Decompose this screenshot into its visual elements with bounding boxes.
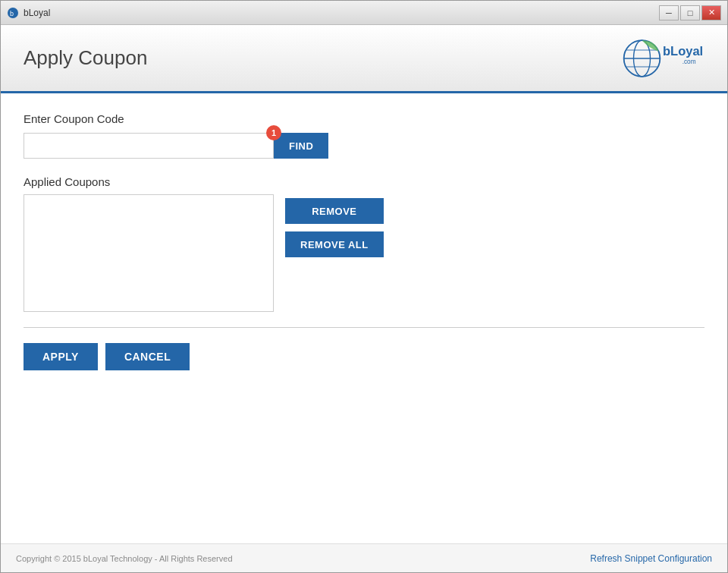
minimize-button[interactable]: ─ xyxy=(659,5,679,20)
coupon-code-label: Enter Coupon Code xyxy=(24,112,704,125)
content-area: Enter Coupon Code 1 FIND Applied Coupons… xyxy=(1,93,727,543)
bloyal-logo: bLoyal .com xyxy=(621,36,704,81)
window-controls: ─ □ ✕ xyxy=(659,5,721,20)
app-header: Apply Coupon bLoyal .com xyxy=(1,25,727,93)
coupon-input-row: 1 FIND xyxy=(24,133,704,159)
logo-area: bLoyal .com xyxy=(621,36,704,81)
cancel-button[interactable]: CANCEL xyxy=(105,343,190,370)
coupon-action-buttons: REMOVE REMOVE ALL xyxy=(285,194,384,257)
copyright-text: Copyright © 2015 bLoyal Technology - All… xyxy=(16,554,233,563)
maximize-button[interactable]: □ xyxy=(680,5,700,20)
footer: Copyright © 2015 bLoyal Technology - All… xyxy=(1,543,727,572)
find-button[interactable]: FIND xyxy=(274,133,328,159)
coupon-list xyxy=(24,194,274,312)
svg-text:b: b xyxy=(10,10,14,17)
app-icon: b xyxy=(7,7,19,19)
svg-text:bLoyal: bLoyal xyxy=(663,44,703,58)
remove-all-button[interactable]: REMOVE ALL xyxy=(285,231,384,257)
coupon-input[interactable] xyxy=(24,133,274,159)
badge-count: 1 xyxy=(266,125,281,140)
svg-text:.com: .com xyxy=(682,58,696,65)
applied-coupons-label: Applied Coupons xyxy=(24,175,704,188)
page-title: Apply Coupon xyxy=(24,46,147,70)
divider xyxy=(24,327,704,328)
window-title: bLoyal xyxy=(24,8,50,18)
title-bar: b bLoyal ─ □ ✕ xyxy=(1,1,727,25)
remove-button[interactable]: REMOVE xyxy=(285,198,384,224)
title-bar-left: b bLoyal xyxy=(7,7,50,19)
applied-coupons-row: REMOVE REMOVE ALL xyxy=(24,194,704,312)
apply-button[interactable]: APPLY xyxy=(24,343,98,370)
app-window: b bLoyal ─ □ ✕ Apply Coupon bLoyal xyxy=(0,0,728,573)
close-button[interactable]: ✕ xyxy=(701,5,721,20)
action-buttons: APPLY CANCEL xyxy=(24,343,704,370)
refresh-link[interactable]: Refresh Snippet Configuration xyxy=(590,553,712,564)
